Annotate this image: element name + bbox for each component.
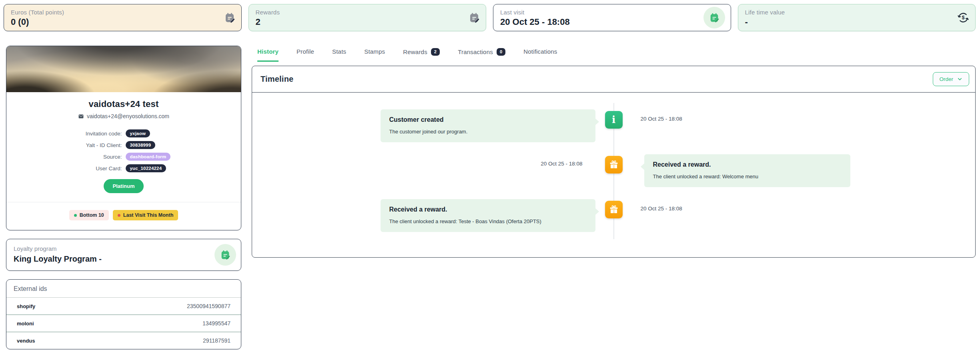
svg-text:$: $ — [962, 15, 964, 20]
source-pill: dashboard-form — [126, 153, 171, 161]
event-date: 20 Oct 25 - 18:08 — [641, 116, 682, 122]
detail-label: Source: — [36, 154, 122, 160]
main-area: vaidotas+24 test vaidotas+24@enyosolutio… — [0, 31, 980, 349]
external-id-value: 23500941590877 — [187, 303, 230, 309]
stat-value: 2 — [256, 17, 458, 27]
external-id-row: shopify 23500941590877 — [6, 298, 241, 315]
timeline-event-card: Received a reward. The client unlocked a… — [644, 154, 850, 187]
detail-label: Yalt - ID Client: — [36, 142, 122, 148]
calendar-icon[interactable] — [703, 7, 725, 28]
timeline-entry-customer-created: Customer created The customer joined our… — [252, 109, 975, 142]
rewards-count-badge: 2 — [431, 48, 440, 56]
tab-history[interactable]: History — [257, 48, 279, 62]
segment-badge-bottom-10: Bottom 10 — [69, 210, 109, 220]
event-description: The customer joined our program. — [389, 129, 587, 135]
timeline-body: Customer created The customer joined our… — [252, 93, 975, 248]
stat-label: Last visit — [500, 9, 703, 16]
tab-label: Transactions — [458, 48, 493, 55]
invitation-code-pill: yxjaow — [126, 129, 150, 137]
tab-notifications[interactable]: Notifications — [523, 48, 557, 61]
order-label: Order — [939, 76, 953, 82]
user-card-pill: yuc_10224224 — [126, 164, 166, 172]
loyalty-program-card: Loyalty program King Loyalty Program - — [6, 239, 241, 271]
detail-row-source: Source: dashboard-form — [6, 153, 241, 161]
calendar-icon[interactable] — [214, 244, 236, 266]
event-title: Customer created — [389, 116, 587, 123]
customer-email-row: vaidotas+24@enyosolutions.com — [6, 113, 241, 119]
timeline-header: Timeline Order — [252, 66, 975, 93]
tab-transactions[interactable]: Transactions 0 — [458, 48, 505, 61]
event-date: 20 Oct 25 - 18:08 — [541, 161, 582, 167]
stat-value: - — [745, 17, 948, 27]
badge-label: Last Visit This Month — [123, 212, 173, 218]
external-id-row: moloni 134995547 — [6, 315, 241, 332]
timeline-panel: Timeline Order Customer created The cust… — [252, 66, 976, 258]
memo-icon[interactable] — [468, 12, 480, 24]
tab-label: Profile — [297, 48, 314, 55]
stat-value: 20 Oct 25 - 18:08 — [500, 17, 703, 27]
detail-label: User Card: — [36, 165, 122, 171]
event-date: 20 Oct 25 - 18:08 — [641, 206, 682, 212]
tabs-bar: History Profile Stats Stamps Rewards 2 T… — [252, 46, 976, 66]
timeline-title: Timeline — [261, 75, 293, 84]
tab-label: Rewards — [403, 48, 427, 55]
tab-stats[interactable]: Stats — [332, 48, 346, 61]
external-ids-card: External ids shopify 23500941590877 molo… — [6, 279, 241, 349]
tab-label: Stamps — [364, 48, 385, 55]
yalt-id-pill: 30838999 — [126, 141, 156, 149]
stat-value: 0 (0) — [11, 17, 213, 27]
timeline-event-card: Received a reward. The client unlocked a… — [381, 199, 595, 232]
segment-badges: Bottom 10 Last Visit This Month — [6, 202, 241, 230]
chevron-down-icon — [957, 76, 963, 82]
tier-button[interactable]: Platinum — [104, 179, 144, 193]
external-id-value: 291187591 — [203, 337, 230, 344]
customer-name: vaidotas+24 test — [6, 99, 241, 109]
external-id-key: moloni — [17, 321, 34, 327]
envelope-icon — [78, 113, 84, 119]
tab-label: History — [257, 48, 279, 55]
transactions-count-badge: 0 — [497, 48, 505, 56]
stat-label: Euros (Total points) — [11, 9, 213, 16]
loyalty-program-label: Loyalty program — [14, 245, 209, 252]
timeline-entry-reward-teste: Received a reward. The client unlocked a… — [252, 199, 975, 232]
profile-banner-image — [6, 46, 241, 92]
tab-label: Notifications — [523, 48, 557, 55]
timeline-entry-reward-welcome: 20 Oct 25 - 18:08 Received a reward. The… — [252, 154, 975, 187]
profile-details: Invitation code: yxjaow Yalt - ID Client… — [6, 129, 241, 172]
tab-rewards[interactable]: Rewards 2 — [403, 48, 440, 61]
event-description: The client unlocked a reward: Teste - Bo… — [389, 218, 587, 224]
info-icon: i — [605, 111, 623, 129]
detail-row-yalt-id: Yalt - ID Client: 30838999 — [6, 141, 241, 149]
external-id-key: vendus — [17, 338, 35, 344]
stat-card-euros: Euros (Total points) 0 (0) — [4, 4, 242, 31]
stat-card-lifetime-value: Life time value - $ — [738, 4, 976, 31]
external-ids-title: External ids — [6, 285, 241, 297]
tab-label: Stats — [332, 48, 346, 55]
gift-icon — [605, 156, 623, 173]
event-description: The client unlocked a reward: Welcome me… — [653, 173, 842, 180]
red-dot-icon — [118, 214, 120, 217]
memo-icon[interactable] — [224, 12, 236, 24]
dollar-sync-icon[interactable]: $ — [957, 11, 970, 24]
external-id-value: 134995547 — [202, 320, 230, 327]
profile-card: vaidotas+24 test vaidotas+24@enyosolutio… — [6, 46, 241, 230]
left-column: vaidotas+24 test vaidotas+24@enyosolutio… — [6, 46, 241, 349]
badge-label: Bottom 10 — [80, 212, 104, 218]
detail-row-user-card: User Card: yuc_10224224 — [6, 164, 241, 172]
loyalty-program-value: King Loyalty Program - — [14, 254, 209, 264]
tab-profile[interactable]: Profile — [297, 48, 314, 61]
tab-stamps[interactable]: Stamps — [364, 48, 385, 61]
stats-row: Euros (Total points) 0 (0) Rewards 2 Las… — [0, 0, 980, 31]
external-id-row: vendus 291187591 — [6, 332, 241, 349]
order-dropdown-button[interactable]: Order — [933, 72, 969, 86]
stat-label: Rewards — [256, 9, 458, 16]
external-id-key: shopify — [17, 303, 35, 309]
event-title: Received a reward. — [653, 161, 842, 168]
gift-icon — [605, 201, 623, 218]
green-dot-icon — [74, 214, 77, 217]
detail-row-invitation-code: Invitation code: yxjaow — [6, 129, 241, 137]
right-column: History Profile Stats Stamps Rewards 2 T… — [252, 46, 976, 258]
timeline-event-card: Customer created The customer joined our… — [381, 109, 595, 142]
event-title: Received a reward. — [389, 206, 587, 213]
stat-card-last-visit: Last visit 20 Oct 25 - 18:08 — [493, 4, 731, 31]
